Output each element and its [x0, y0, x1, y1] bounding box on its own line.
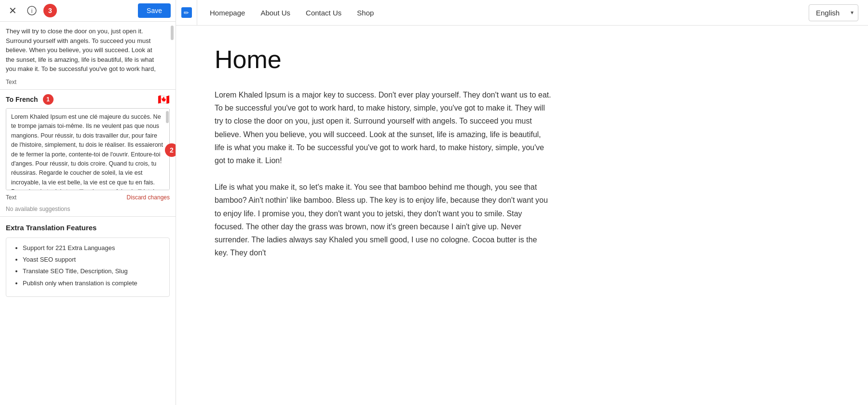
language-select[interactable]: English French Spanish German: [809, 4, 858, 21]
content-paragraph-1: Lorem Khaled Ipsum is a major key to suc…: [215, 88, 552, 167]
info-button[interactable]: i: [24, 3, 40, 18]
to-french-section: To French 1 🇨🇦 2 Text Discard changes No…: [0, 90, 176, 216]
info-icon: i: [27, 6, 37, 15]
left-panel-scroll: Text To French 1 🇨🇦 2 Text Discard chan: [0, 22, 176, 405]
to-french-header: To French 1 🇨🇦: [0, 90, 176, 108]
main-content: Home Lorem Khaled Ipsum is a major key t…: [176, 26, 868, 405]
translation-footer: Text Discard changes: [0, 192, 176, 204]
list-item: Support for 221 Extra Languages: [23, 244, 162, 252]
list-item: Yoast SEO support: [23, 255, 162, 264]
features-list: Support for 221 Extra Languages Yoast SE…: [14, 244, 162, 288]
nav-link-about[interactable]: About Us: [253, 2, 298, 24]
source-scrollbar: [171, 26, 174, 40]
to-french-title: To French: [6, 96, 38, 103]
nav-links: Homepage About Us Contact Us Shop: [197, 2, 386, 24]
discard-changes-link[interactable]: Discard changes: [127, 194, 170, 201]
translation-wrapper: 2: [6, 108, 170, 192]
right-panel: ✏ Homepage About Us Contact Us Shop Engl…: [176, 0, 868, 405]
source-label: Text: [0, 77, 176, 89]
edit-icon-button[interactable]: ✏: [176, 0, 197, 25]
nav-link-homepage[interactable]: Homepage: [202, 2, 253, 24]
language-selector-wrapper: English French Spanish German ▾: [809, 4, 858, 21]
save-button[interactable]: Save: [138, 3, 171, 18]
source-textarea[interactable]: [0, 22, 176, 75]
nav-bar: ✏ Homepage About Us Contact Us Shop Engl…: [176, 0, 868, 26]
list-item: Publish only when translation is complet…: [23, 279, 162, 288]
features-box: Support for 221 Extra Languages Yoast SE…: [6, 237, 170, 297]
left-panel: ✕ i 3 Save Text To French: [0, 0, 176, 405]
nav-link-contact[interactable]: Contact Us: [298, 2, 349, 24]
top-bar: ✕ i 3 Save: [0, 0, 176, 22]
translation-text-label: Text: [6, 194, 16, 201]
translation-textarea[interactable]: [6, 108, 170, 190]
source-section: Text: [0, 22, 176, 90]
close-icon: ✕: [9, 5, 17, 16]
page-title: Home: [215, 45, 829, 74]
close-button[interactable]: ✕: [5, 3, 20, 18]
content-paragraph-2: Life is what you make it, so let's make …: [215, 181, 552, 259]
nav-link-shop[interactable]: Shop: [349, 2, 381, 24]
svg-text:i: i: [31, 8, 33, 14]
step1-badge: 1: [43, 94, 54, 105]
no-suggestions-label: No available suggestions: [0, 204, 176, 216]
pencil-icon: ✏: [181, 7, 192, 18]
extra-features-section: Extra Translation Features Support for 2…: [0, 216, 176, 302]
canada-flag: 🇨🇦: [158, 94, 170, 105]
step2-badge: 2: [165, 143, 176, 157]
list-item: Translate SEO Title, Description, Slug: [23, 267, 162, 276]
translation-scrollbar: [166, 111, 169, 123]
extra-features-title: Extra Translation Features: [6, 223, 170, 232]
step3-badge: 3: [43, 4, 57, 17]
